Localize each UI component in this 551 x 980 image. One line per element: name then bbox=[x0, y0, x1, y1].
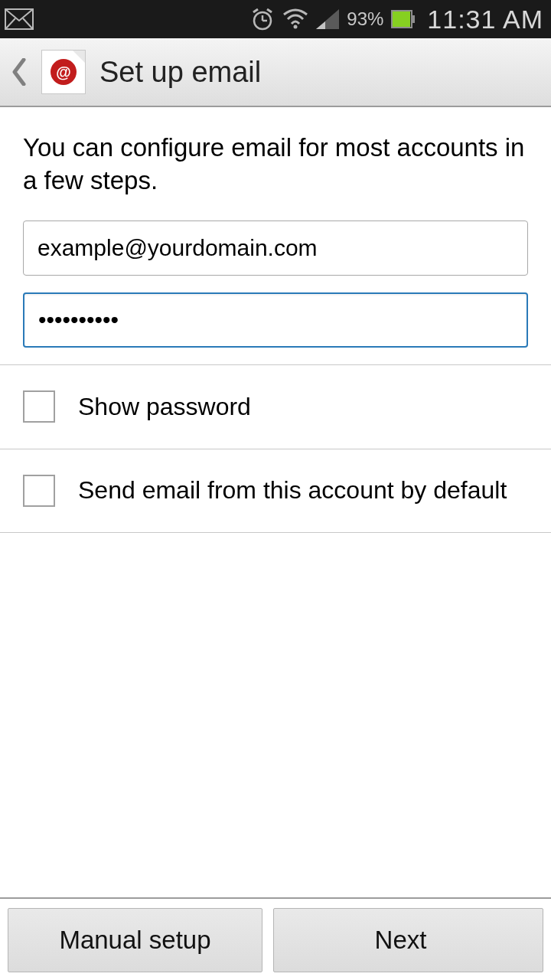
manual-setup-button[interactable]: Manual setup bbox=[8, 908, 262, 972]
show-password-label: Show password bbox=[78, 393, 251, 421]
signal-icon bbox=[316, 9, 339, 29]
footer-bar: Manual setup Next bbox=[0, 897, 551, 980]
wifi-icon bbox=[282, 8, 308, 30]
page-title: Set up email bbox=[99, 56, 261, 89]
default-account-checkbox[interactable] bbox=[23, 475, 55, 507]
svg-line-6 bbox=[253, 9, 258, 12]
clock: 11:31 AM bbox=[427, 5, 543, 34]
at-sign-icon: @ bbox=[51, 59, 77, 85]
mail-notification-icon bbox=[5, 8, 34, 30]
svg-line-1 bbox=[5, 18, 15, 29]
email-field[interactable] bbox=[23, 220, 528, 276]
email-app-icon: @ bbox=[41, 50, 86, 94]
default-account-label: Send email from this account by default bbox=[78, 476, 507, 505]
svg-line-2 bbox=[23, 18, 33, 29]
show-password-checkbox[interactable] bbox=[23, 390, 55, 423]
password-field[interactable] bbox=[23, 292, 528, 348]
intro-text: You can configure email for most account… bbox=[0, 107, 551, 220]
manual-setup-label: Manual setup bbox=[59, 926, 210, 955]
next-label: Next bbox=[375, 926, 427, 955]
system-status-bar: 93% 11:31 AM bbox=[0, 0, 551, 38]
default-account-row[interactable]: Send email from this account by default bbox=[0, 449, 551, 533]
show-password-row[interactable]: Show password bbox=[0, 364, 551, 449]
next-button[interactable]: Next bbox=[273, 908, 543, 972]
svg-point-8 bbox=[294, 25, 298, 29]
alarm-icon bbox=[250, 7, 275, 31]
battery-percentage: 93% bbox=[347, 8, 383, 30]
battery-icon bbox=[391, 10, 415, 28]
action-bar: @ Set up email bbox=[0, 38, 551, 107]
svg-line-7 bbox=[267, 9, 272, 12]
content-area: You can configure email for most account… bbox=[0, 107, 551, 980]
svg-marker-9 bbox=[316, 9, 339, 29]
back-button[interactable] bbox=[11, 57, 28, 87]
